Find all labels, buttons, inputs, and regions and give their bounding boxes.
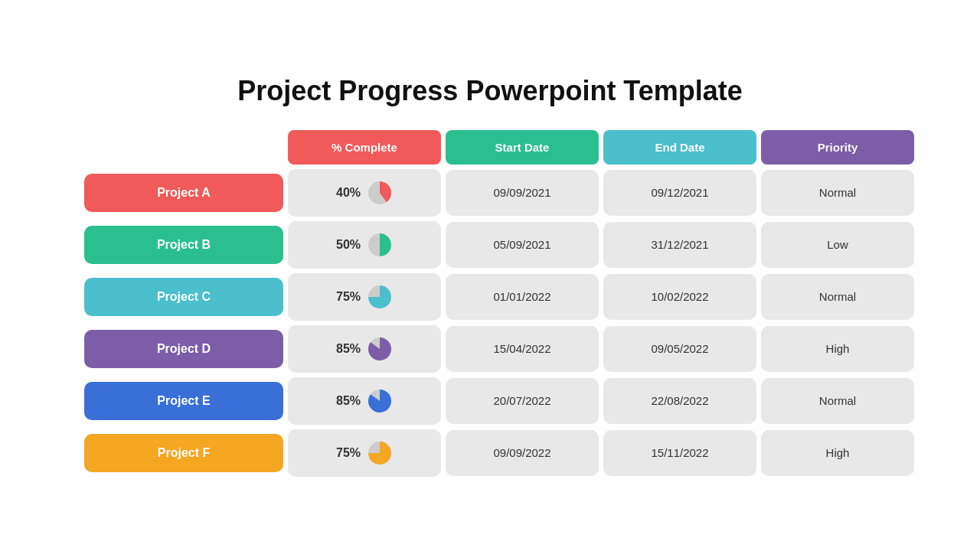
start-cell-4: 20/07/2022 — [446, 378, 599, 424]
end-cell-1: 31/12/2021 — [603, 222, 756, 268]
project-label-0: Project A — [84, 174, 283, 212]
table-row: Project D 85% 15/04/2022 09/05/2022 High — [84, 325, 896, 373]
end-cell-0: 09/12/2021 — [603, 170, 756, 216]
table-row: Project A 40% 09/09/2021 09/12/2021 Norm… — [84, 169, 896, 217]
header-end: End Date — [603, 130, 756, 165]
table-row: Project E 85% 20/07/2022 22/08/2022 Norm… — [84, 377, 896, 425]
start-cell-0: 09/09/2021 — [446, 170, 599, 216]
priority-cell-0: Normal — [761, 170, 914, 216]
project-label-2: Project C — [84, 278, 283, 316]
project-label-5: Project F — [84, 434, 283, 472]
project-label-3: Project D — [84, 330, 283, 368]
complete-cell-4: 85% — [288, 377, 441, 425]
end-cell-5: 15/11/2022 — [603, 430, 756, 476]
percent-text-4: 85% — [336, 394, 361, 408]
percent-text-2: 75% — [336, 290, 361, 304]
header-priority: Priority — [761, 130, 914, 165]
page-title: Project Progress Powerpoint Template — [237, 75, 743, 107]
priority-cell-5: High — [761, 430, 914, 476]
project-label-4: Project E — [84, 382, 283, 420]
complete-cell-1: 50% — [288, 221, 441, 269]
priority-cell-1: Low — [761, 222, 914, 268]
table-header: % Complete Start Date End Date Priority — [84, 130, 896, 165]
table-row: Project C 75% 01/01/2022 10/02/2022 Norm… — [84, 273, 896, 321]
complete-cell-5: 75% — [288, 429, 441, 477]
table-body: Project A 40% 09/09/2021 09/12/2021 Norm… — [84, 169, 896, 477]
percent-text-1: 50% — [336, 238, 361, 252]
complete-cell-3: 85% — [288, 325, 441, 373]
end-cell-4: 22/08/2022 — [603, 378, 756, 424]
complete-cell-0: 40% — [288, 169, 441, 217]
start-cell-5: 09/09/2022 — [446, 430, 599, 476]
project-label-1: Project B — [84, 226, 283, 264]
end-cell-3: 09/05/2022 — [603, 326, 756, 372]
complete-cell-2: 75% — [288, 273, 441, 321]
priority-cell-2: Normal — [761, 274, 914, 320]
percent-text-3: 85% — [336, 342, 361, 356]
table-row: Project F 75% 09/09/2022 15/11/2022 High — [84, 429, 896, 477]
header-complete: % Complete — [288, 130, 441, 165]
priority-cell-3: High — [761, 326, 914, 372]
percent-text-5: 75% — [336, 446, 361, 460]
priority-cell-4: Normal — [761, 378, 914, 424]
header-spacer — [84, 130, 283, 165]
start-cell-2: 01/01/2022 — [446, 274, 599, 320]
table-row: Project B 50% 05/09/2021 31/12/2021 Low — [84, 221, 896, 269]
end-cell-2: 10/02/2022 — [603, 274, 756, 320]
start-cell-1: 05/09/2021 — [446, 222, 599, 268]
start-cell-3: 15/04/2022 — [446, 326, 599, 372]
header-start: Start Date — [446, 130, 599, 165]
project-table: % Complete Start Date End Date Priority … — [84, 130, 896, 477]
percent-text-0: 40% — [336, 186, 361, 200]
